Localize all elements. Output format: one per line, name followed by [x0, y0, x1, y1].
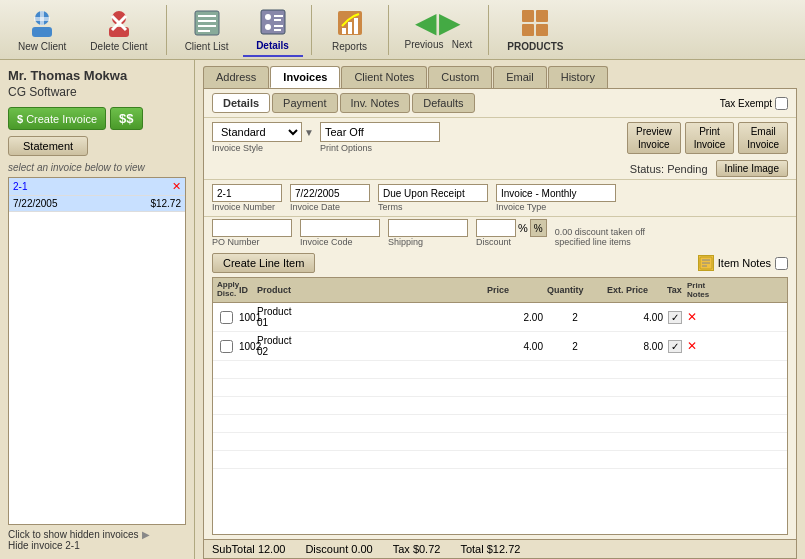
- tax-exempt-checkbox[interactable]: [775, 97, 788, 110]
- delete-row-icon-1[interactable]: ✕: [687, 310, 697, 324]
- subtotal-display: SubTotal 12.00: [212, 543, 285, 555]
- discount-input[interactable]: [476, 219, 516, 237]
- svg-rect-22: [348, 22, 352, 34]
- sub-tab-inv-notes[interactable]: Inv. Notes: [340, 93, 411, 113]
- svg-rect-9: [198, 15, 216, 17]
- create-line-item-button[interactable]: Create Line Item: [212, 253, 315, 273]
- create-invoice-button[interactable]: $ Create Invoice: [8, 107, 106, 130]
- dollar-amount-button[interactable]: $$: [110, 107, 142, 130]
- tax-cell-2[interactable]: ✓: [665, 340, 685, 353]
- tax-cell-1[interactable]: ✓: [665, 311, 685, 324]
- apply-discount-checkbox-1[interactable]: [220, 311, 233, 324]
- empty-row: [213, 361, 787, 379]
- previous-button[interactable]: ◀: [415, 9, 437, 37]
- print-invoice-button[interactable]: Print Invoice: [685, 122, 735, 154]
- price-header: Price: [485, 284, 545, 296]
- svg-rect-15: [274, 15, 283, 17]
- statement-button[interactable]: Statement: [8, 136, 88, 156]
- toolbar-separator-1: [166, 5, 167, 55]
- print-options-input[interactable]: [320, 122, 440, 142]
- quantity-cell-2: 2: [545, 340, 605, 353]
- toolbar-separator-3: [388, 5, 389, 55]
- invoice-type-label: Invoice Type: [496, 202, 616, 212]
- status-bar: SubTotal 12.00 Discount 0.00 Tax $0.72 T…: [204, 539, 796, 558]
- delete-row-icon-2[interactable]: ✕: [687, 339, 697, 353]
- svg-rect-18: [274, 25, 283, 27]
- discount-display: Discount 0.00: [305, 543, 372, 555]
- details-button[interactable]: Details: [243, 2, 303, 57]
- invoice-type-input[interactable]: [496, 184, 616, 202]
- discount-field: % % Discount: [476, 219, 547, 247]
- invoice-date-label: Invoice Date: [290, 202, 370, 212]
- client-list-button[interactable]: Client List: [175, 3, 239, 56]
- prev-next-nav: ◀ ▶ Previous Next: [397, 5, 481, 54]
- delete-client-label: Delete Client: [90, 41, 147, 52]
- email-invoice-button[interactable]: Email Invoice: [738, 122, 788, 154]
- empty-row: [213, 433, 787, 451]
- sidebar-footer: Click to show hidden invoices ▶ Hide inv…: [8, 525, 186, 551]
- main-area: Mr. Thomas Mokwa CG Software $ Create In…: [0, 60, 805, 559]
- tab-client-notes[interactable]: Client Notes: [341, 66, 427, 88]
- reports-button[interactable]: Reports: [320, 3, 380, 56]
- discount-note: 0.00 discount taken off specified line i…: [555, 227, 655, 247]
- products-label: PRODUCTS: [507, 41, 563, 52]
- tab-email[interactable]: Email: [493, 66, 547, 88]
- new-client-button[interactable]: New Client: [8, 3, 76, 56]
- discount-label: Discount: [476, 237, 547, 247]
- svg-rect-13: [261, 10, 285, 34]
- terms-field: Terms: [378, 184, 488, 212]
- percent-calc-button[interactable]: %: [530, 219, 547, 237]
- client-list-icon: [191, 7, 223, 39]
- hide-invoice-link[interactable]: Hide invoice 2-1: [8, 540, 186, 551]
- apply-discount-checkbox-2[interactable]: [220, 340, 233, 353]
- sub-tabs-row: Details Payment Inv. Notes Defaults Tax …: [204, 89, 796, 117]
- inline-image-button[interactable]: Inline Image: [716, 160, 788, 177]
- invoice-code-input[interactable]: [300, 219, 380, 237]
- item-notes-button[interactable]: Item Notes: [698, 255, 788, 271]
- invoice-list-item[interactable]: 2-1 ✕: [9, 178, 185, 196]
- products-button[interactable]: PRODUCTS: [497, 3, 573, 56]
- quantity-cell-1: 2: [545, 311, 605, 324]
- sub-tab-payment[interactable]: Payment: [272, 93, 337, 113]
- item-notes-checkbox[interactable]: [775, 257, 788, 270]
- shipping-field: Shipping: [388, 219, 468, 247]
- delete-cell-1[interactable]: ✕: [685, 309, 705, 325]
- tab-address[interactable]: Address: [203, 66, 269, 88]
- click-invoices-link[interactable]: Click to show hidden invoices ▶: [8, 529, 186, 540]
- total-display: Total $12.72: [460, 543, 520, 555]
- table-header: ApplyDisc. ID Product Price Quantity Ext…: [213, 278, 787, 303]
- tab-invoices[interactable]: Invoices: [270, 66, 340, 88]
- top-tabs: Address Invoices Client Notes Custom Ema…: [195, 60, 805, 88]
- delete-client-button[interactable]: Delete Client: [80, 3, 157, 56]
- percent-sign: %: [518, 222, 528, 234]
- invoice-number-input[interactable]: [212, 184, 282, 202]
- delete-cell-2[interactable]: ✕: [685, 338, 705, 354]
- invoice-code-label: Invoice Code: [300, 237, 380, 247]
- svg-rect-16: [274, 19, 281, 21]
- invoice-date-display: 7/22/2005: [13, 198, 58, 209]
- po-number-input[interactable]: [212, 219, 292, 237]
- terms-input[interactable]: [378, 184, 488, 202]
- product-name-spacer-2: [305, 345, 485, 347]
- svg-rect-19: [274, 29, 281, 31]
- svg-rect-11: [198, 25, 216, 27]
- tab-custom[interactable]: Custom: [428, 66, 492, 88]
- tab-history[interactable]: History: [548, 66, 608, 88]
- client-name: Mr. Thomas Mokwa: [8, 68, 186, 83]
- sub-tab-defaults[interactable]: Defaults: [412, 93, 474, 113]
- empty-row: [213, 379, 787, 397]
- invoice-style-select[interactable]: Standard: [212, 122, 302, 142]
- next-button[interactable]: ▶: [439, 9, 461, 37]
- table-row: 1001 Product 01 2.00 2 4.00 ✓ ✕: [213, 303, 787, 332]
- toolbar-separator-4: [488, 5, 489, 55]
- delete-invoice-icon[interactable]: ✕: [172, 180, 181, 193]
- empty-row: [213, 451, 787, 469]
- invoice-date-input[interactable]: [290, 184, 370, 202]
- nav-arrows: ◀ ▶: [415, 9, 461, 37]
- id-cell-2: 1002: [237, 340, 255, 353]
- preview-invoice-button[interactable]: Preview Invoice: [627, 122, 681, 154]
- shipping-input[interactable]: [388, 219, 468, 237]
- ext-price-cell-1: 4.00: [605, 311, 665, 324]
- sub-tab-details[interactable]: Details: [212, 93, 270, 113]
- product-name-spacer: [305, 289, 485, 291]
